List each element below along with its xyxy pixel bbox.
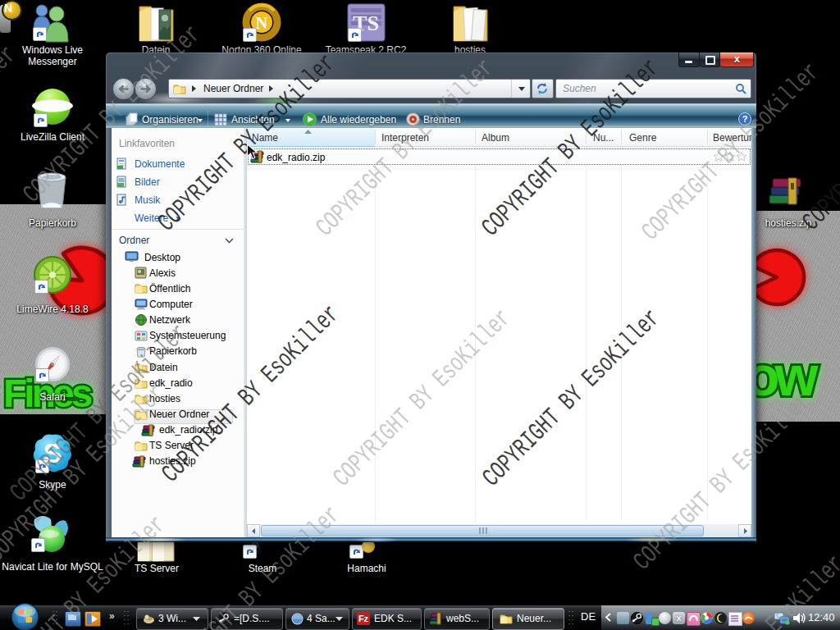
- svg-text:ow: ow: [746, 345, 819, 407]
- svg-text:N: N: [256, 14, 268, 32]
